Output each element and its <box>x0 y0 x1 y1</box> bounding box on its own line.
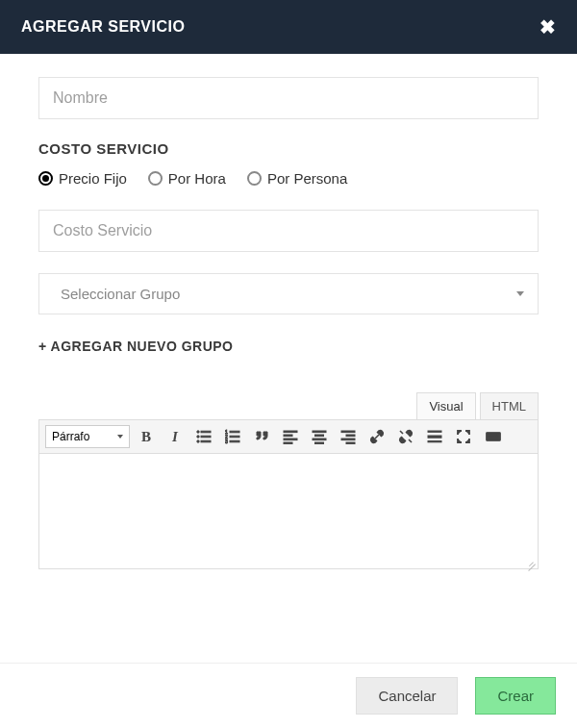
svg-point-0 <box>197 431 199 433</box>
radio-icon <box>38 171 53 186</box>
svg-rect-35 <box>489 438 497 439</box>
radio-per-person[interactable]: Por Persona <box>247 170 347 187</box>
svg-rect-26 <box>428 431 441 432</box>
bold-icon[interactable]: B <box>134 424 159 449</box>
format-select-label: Párrafo <box>52 430 89 443</box>
svg-rect-28 <box>428 441 441 442</box>
cost-section-label: COSTO SERVICIO <box>38 140 539 157</box>
svg-line-25 <box>409 439 412 442</box>
svg-rect-29 <box>486 433 500 441</box>
svg-rect-33 <box>495 435 497 437</box>
svg-line-24 <box>400 431 403 434</box>
close-icon[interactable]: ✖ <box>539 17 556 37</box>
pricing-type-radio-group: Precio Fijo Por Hora Por Persona <box>38 170 539 187</box>
radio-fixed-price[interactable]: Precio Fijo <box>38 170 127 187</box>
svg-rect-31 <box>490 435 492 437</box>
svg-rect-32 <box>492 435 494 437</box>
align-center-icon[interactable] <box>307 424 332 449</box>
svg-rect-16 <box>313 431 326 433</box>
svg-rect-13 <box>284 435 292 437</box>
italic-icon[interactable]: I <box>163 424 188 449</box>
editor-toolbar: Párrafo B I 123 <box>38 419 539 454</box>
svg-point-4 <box>197 440 199 442</box>
align-right-icon[interactable] <box>336 424 361 449</box>
svg-rect-9 <box>230 436 239 438</box>
numbered-list-icon[interactable]: 123 <box>220 424 245 449</box>
svg-rect-20 <box>341 431 355 433</box>
svg-rect-18 <box>313 439 326 440</box>
svg-rect-14 <box>284 439 297 440</box>
svg-rect-30 <box>488 435 489 437</box>
rich-text-editor: Visual HTML Párrafo B I 123 <box>38 392 539 569</box>
radio-per-hour[interactable]: Por Hora <box>148 170 226 187</box>
horizontal-rule-icon[interactable] <box>422 424 447 449</box>
svg-rect-1 <box>201 431 211 433</box>
paragraph-format-select[interactable]: Párrafo <box>45 425 130 448</box>
modal-body: COSTO SERVICIO Precio Fijo Por Hora Por … <box>0 54 577 663</box>
modal-title: AGREGAR SERVICIO <box>21 18 185 36</box>
svg-rect-21 <box>346 435 355 437</box>
chevron-down-icon <box>516 291 524 296</box>
fullscreen-icon[interactable] <box>451 424 476 449</box>
radio-label: Por Hora <box>168 170 226 187</box>
create-button[interactable]: Crear <box>475 677 556 715</box>
svg-rect-34 <box>497 435 499 437</box>
svg-rect-23 <box>346 442 355 444</box>
group-select[interactable]: Seleccionar Grupo <box>38 273 539 314</box>
svg-rect-22 <box>341 439 355 440</box>
svg-rect-17 <box>315 435 324 437</box>
svg-rect-11 <box>230 440 239 442</box>
modal-footer: Cancelar Crear <box>0 663 577 728</box>
link-icon[interactable] <box>364 424 389 449</box>
resize-handle-icon[interactable] <box>524 555 536 566</box>
radio-icon <box>148 171 163 186</box>
chevron-down-icon <box>117 435 123 439</box>
svg-rect-15 <box>284 442 292 444</box>
svg-rect-7 <box>230 431 239 433</box>
svg-rect-12 <box>284 431 297 433</box>
svg-rect-5 <box>201 440 211 442</box>
service-cost-input[interactable] <box>38 210 539 252</box>
editor-textarea[interactable] <box>38 454 539 569</box>
unlink-icon[interactable] <box>393 424 418 449</box>
keyboard-icon[interactable] <box>480 424 507 449</box>
group-select-placeholder: Seleccionar Grupo <box>53 286 180 302</box>
tab-visual[interactable]: Visual <box>416 392 475 419</box>
radio-label: Por Persona <box>267 170 347 187</box>
add-service-modal: AGREGAR SERVICIO ✖ COSTO SERVICIO Precio… <box>0 0 577 728</box>
cancel-button[interactable]: Cancelar <box>356 677 458 715</box>
service-name-input[interactable] <box>38 77 539 119</box>
radio-label: Precio Fijo <box>59 170 127 187</box>
svg-text:3: 3 <box>225 439 228 444</box>
editor-tab-row: Visual HTML <box>38 392 539 419</box>
align-left-icon[interactable] <box>278 424 303 449</box>
svg-point-2 <box>197 436 199 438</box>
blockquote-icon[interactable] <box>249 424 274 449</box>
svg-rect-27 <box>428 436 441 438</box>
add-new-group-link[interactable]: + AGREGAR NUEVO GRUPO <box>38 339 234 354</box>
svg-rect-19 <box>315 442 324 444</box>
modal-header: AGREGAR SERVICIO ✖ <box>0 0 577 54</box>
tab-html[interactable]: HTML <box>480 392 539 419</box>
radio-icon <box>247 171 262 186</box>
svg-rect-3 <box>201 436 211 438</box>
bulleted-list-icon[interactable] <box>191 424 216 449</box>
